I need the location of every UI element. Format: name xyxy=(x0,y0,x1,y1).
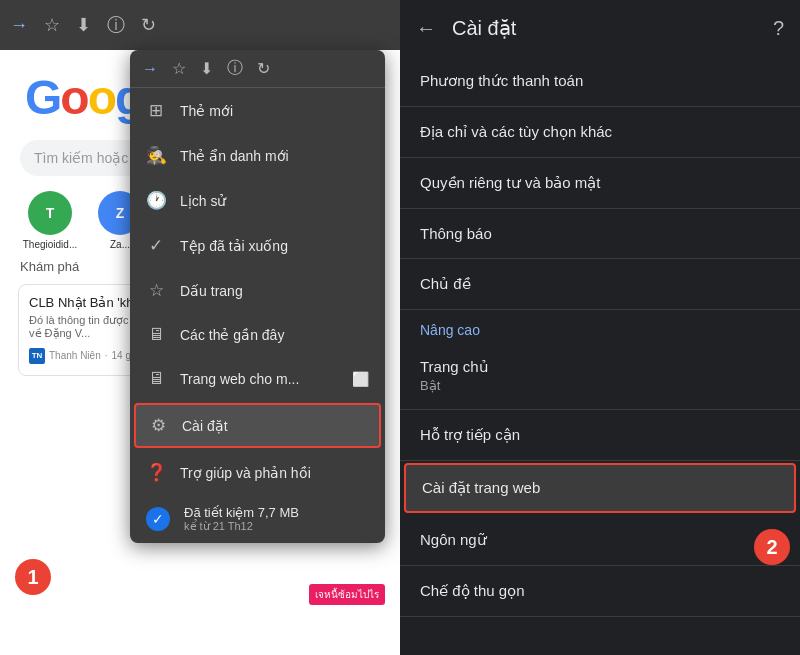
shortcut-label-thegioidid: Thegioidid... xyxy=(23,239,77,250)
menu-label-incognito: Thẻ ẩn danh mới xyxy=(180,148,289,164)
menu-label-settings: Cài đặt xyxy=(182,418,228,434)
menu-item-settings[interactable]: ⚙ Cài đặt xyxy=(134,403,381,448)
help-circle-icon[interactable]: ? xyxy=(773,17,784,40)
browser-topbar: → ☆ ⬇ ⓘ ↻ xyxy=(0,0,400,50)
dropdown-menu: → ☆ ⬇ ⓘ ↻ ⊞ Thẻ mới 🕵 Thẻ ẩn danh mới 🕐 … xyxy=(130,50,385,543)
desktop-icon: 🖥 xyxy=(146,369,166,389)
settings-item-title-notifications: Thông báo xyxy=(420,225,780,242)
refresh-icon[interactable]: ↻ xyxy=(141,14,156,36)
advanced-section-label: Nâng cao xyxy=(400,310,800,342)
bookmarks-icon: ☆ xyxy=(146,280,166,301)
badge-2: 2 xyxy=(754,529,790,565)
settings-item-language[interactable]: Ngôn ngữ xyxy=(400,515,800,566)
history-icon: 🕐 xyxy=(146,190,166,211)
settings-item-theme[interactable]: Chủ đề xyxy=(400,259,800,310)
menu-item-downloads[interactable]: ✓ Tệp đã tải xuống xyxy=(130,223,385,268)
menu-label-bookmarks: Dấu trang xyxy=(180,283,243,299)
shortcut-icon-thegioidid: T xyxy=(28,191,72,235)
settings-item-privacy[interactable]: Quyền riêng tư và bảo mật xyxy=(400,158,800,209)
menu-item-recent-tabs[interactable]: 🖥 Các thẻ gần đây xyxy=(130,313,385,357)
menu-label-downloads: Tệp đã tải xuống xyxy=(180,238,288,254)
shortcut-thegioidid[interactable]: T Thegioidid... xyxy=(20,191,80,250)
settings-gear-icon: ⚙ xyxy=(148,415,168,436)
dropdown-nav: → ☆ ⬇ ⓘ ↻ xyxy=(130,50,385,88)
downloads-icon: ✓ xyxy=(146,235,166,256)
settings-item-notifications[interactable]: Thông báo xyxy=(400,209,800,259)
menu-item-incognito[interactable]: 🕵 Thẻ ẩn danh mới xyxy=(130,133,385,178)
new-tab-icon: ⊞ xyxy=(146,100,166,121)
settings-item-title-address: Địa chỉ và các tùy chọn khác xyxy=(420,123,780,141)
recent-tabs-icon: 🖥 xyxy=(146,325,166,345)
nav-refresh-icon[interactable]: ↻ xyxy=(257,59,270,78)
watermark-text: เจหนี้ซ้อมไปไร xyxy=(309,584,385,605)
settings-item-accessibility[interactable]: Hỗ trợ tiếp cận xyxy=(400,410,800,461)
badge-1: 1 xyxy=(15,559,51,595)
menu-label-help: Trợ giúp và phản hồi xyxy=(180,465,311,481)
settings-title: Cài đặt xyxy=(452,16,757,40)
settings-item-payment[interactable]: Phương thức thanh toán xyxy=(400,56,800,107)
settings-item-title-privacy: Quyền riêng tư và bảo mật xyxy=(420,174,780,192)
download-icon[interactable]: ⬇ xyxy=(76,14,91,36)
menu-item-desktop-site[interactable]: 🖥 Trang web cho m... ⬜ xyxy=(130,357,385,401)
savings-sub: kể từ 21 Th12 xyxy=(184,520,299,533)
back-icon[interactable]: → xyxy=(10,15,28,36)
menu-item-help[interactable]: ❓ Trợ giúp và phản hồi xyxy=(130,450,385,495)
savings-icon: ✓ xyxy=(146,507,170,531)
menu-label-desktop-site: Trang web cho m... xyxy=(180,371,299,387)
savings-label: Đã tiết kiệm 7,7 MB xyxy=(184,505,299,520)
desktop-checkbox-icon[interactable]: ⬜ xyxy=(352,371,369,387)
menu-item-new-tab[interactable]: ⊞ Thẻ mới xyxy=(130,88,385,133)
menu-label-history: Lịch sử xyxy=(180,193,226,209)
settings-item-title-lite-mode: Chế độ thu gọn xyxy=(420,582,780,600)
news-source: Thanh Niên xyxy=(49,350,101,361)
settings-header: ← Cài đặt ? xyxy=(400,0,800,56)
nav-info-icon[interactable]: ⓘ xyxy=(227,58,243,79)
settings-item-site-settings[interactable]: Cài đặt trang web xyxy=(404,463,796,513)
star-icon[interactable]: ☆ xyxy=(44,14,60,36)
info-icon[interactable]: ⓘ xyxy=(107,13,125,37)
menu-item-bookmarks[interactable]: ☆ Dấu trang xyxy=(130,268,385,313)
right-panel: ← Cài đặt ? Phương thức thanh toán Địa c… xyxy=(400,0,800,655)
incognito-icon: 🕵 xyxy=(146,145,166,166)
settings-item-sub-homepage: Bật xyxy=(420,378,780,393)
settings-item-title-accessibility: Hỗ trợ tiếp cận xyxy=(420,426,780,444)
settings-item-address[interactable]: Địa chỉ và các tùy chọn khác xyxy=(400,107,800,158)
menu-label-recent-tabs: Các thẻ gần đây xyxy=(180,327,284,343)
nav-back-icon[interactable]: → xyxy=(142,60,158,78)
back-arrow-icon[interactable]: ← xyxy=(416,17,436,40)
settings-item-homepage[interactable]: Trang chủ Bật xyxy=(400,342,800,410)
settings-item-title-site-settings: Cài đặt trang web xyxy=(422,479,778,497)
menu-item-savings: ✓ Đã tiết kiệm 7,7 MB kể từ 21 Th12 xyxy=(130,495,385,543)
settings-item-title-payment: Phương thức thanh toán xyxy=(420,72,780,90)
help-icon: ❓ xyxy=(146,462,166,483)
settings-item-title-theme: Chủ đề xyxy=(420,275,780,293)
settings-list: Phương thức thanh toán Địa chỉ và các tù… xyxy=(400,56,800,655)
menu-item-history[interactable]: 🕐 Lịch sử xyxy=(130,178,385,223)
nav-star-icon[interactable]: ☆ xyxy=(172,59,186,78)
news-source-icon: TN xyxy=(29,348,45,364)
left-panel: → ☆ ⬇ ⓘ ↻ Google Tìm kiếm hoặc nh... T T… xyxy=(0,0,400,655)
menu-label-new-tab: Thẻ mới xyxy=(180,103,233,119)
settings-item-title-language: Ngôn ngữ xyxy=(420,531,780,549)
shortcut-label-za: Za... xyxy=(110,239,130,250)
news-separator: · xyxy=(105,350,108,361)
settings-item-lite-mode[interactable]: Chế độ thu gọn xyxy=(400,566,800,617)
settings-item-title-homepage: Trang chủ xyxy=(420,358,780,376)
nav-download-icon[interactable]: ⬇ xyxy=(200,59,213,78)
